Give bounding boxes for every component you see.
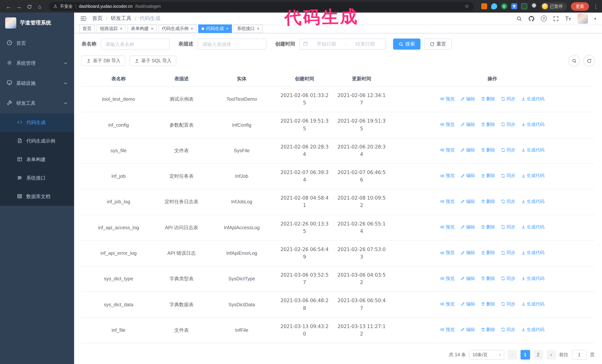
help-icon[interactable] [541,16,547,21]
hamburger-icon[interactable] [80,16,87,21]
tab-codegen[interactable]: 代码生成× [198,24,232,33]
extension-icon-3[interactable] [501,3,507,9]
edit-link[interactable]: 编辑 [461,224,475,230]
close-icon[interactable]: × [151,27,153,31]
next-page-button[interactable]: › [546,350,556,360]
prev-page-button[interactable]: ‹ [507,350,517,360]
toggle-search-button[interactable] [569,55,580,66]
tab-form-builder[interactable]: 表单构建× [128,24,157,33]
generate-code-link[interactable]: 生成代码 [521,275,545,282]
profile-chip[interactable]: 已暂停 [540,2,567,10]
delete-link[interactable]: 删除 [481,147,495,154]
sync-link[interactable]: 同步 [501,275,515,282]
preview-link[interactable]: 预览 [440,121,455,128]
import-sql-button[interactable]: 基于 SQL 导入 [130,56,176,66]
delete-link[interactable]: 删除 [481,121,495,128]
address-bar[interactable]: ⚠ 不安全 | dashboard.yudao.iocoder.cn/tool/… [49,2,474,11]
sidebar-item-devtools[interactable]: 研发工具 [0,93,74,113]
extension-icon-5[interactable] [521,3,527,9]
reload-icon[interactable] [24,3,34,10]
edit-link[interactable]: 编辑 [461,301,475,308]
generate-code-link[interactable]: 生成代码 [521,250,545,256]
delete-link[interactable]: 删除 [481,326,495,333]
tab-home[interactable]: 首页 [79,24,95,33]
tab-trace[interactable]: 链路追踪× [97,24,126,33]
generate-code-link[interactable]: 生成代码 [521,172,545,179]
generate-code-link[interactable]: 生成代码 [521,95,545,102]
update-button[interactable]: 更新 [571,2,589,10]
goto-page-input[interactable] [572,350,587,360]
generate-code-link[interactable]: 生成代码 [521,121,545,128]
extension-icon-4[interactable] [511,3,517,9]
sidebar-item-codegen-example[interactable]: 代码生成示例 [0,132,74,150]
edit-link[interactable]: 编辑 [461,147,475,154]
preview-link[interactable]: 预览 [440,147,455,154]
table-name-input[interactable] [101,39,170,50]
breadcrumb-home[interactable]: 首页 [92,15,103,22]
bookmark-star-icon[interactable]: ☆ [464,3,469,9]
sync-link[interactable]: 同步 [501,224,515,230]
extension-icon-1[interactable] [481,3,487,9]
sync-link[interactable]: 同步 [501,95,515,102]
sync-link[interactable]: 同步 [501,326,515,333]
import-db-button[interactable]: 基于 DB 导入 [82,56,125,66]
app-logo[interactable]: 芋道管理系统 [0,13,74,33]
reset-button[interactable]: 重置 [424,39,452,50]
sync-link[interactable]: 同步 [501,172,515,179]
sync-link[interactable]: 同步 [501,301,515,308]
generate-code-link[interactable]: 生成代码 [521,326,545,333]
tab-system-api[interactable]: 系统接口× [234,24,263,33]
generate-code-link[interactable]: 生成代码 [521,301,545,308]
refresh-button[interactable] [583,55,595,66]
create-time-range-picker[interactable]: 开始日期 - 结束日期 [299,39,386,50]
preview-link[interactable]: 预览 [440,224,455,230]
sidebar-item-system[interactable]: 系统管理 [0,53,74,73]
delete-link[interactable]: 删除 [481,224,495,230]
github-icon[interactable] [528,15,535,22]
home-icon[interactable]: ⌂ [35,3,44,10]
preview-link[interactable]: 预览 [440,198,455,205]
delete-link[interactable]: 删除 [481,250,495,256]
search-button[interactable]: 搜索 [393,39,420,50]
sidebar-item-home[interactable]: 首页 [0,33,74,53]
delete-link[interactable]: 删除 [481,95,495,102]
sidebar-item-codegen[interactable]: 代码生成 [0,113,74,132]
delete-link[interactable]: 删除 [481,301,495,308]
page-2-button[interactable]: 2 [533,350,543,360]
generate-code-link[interactable]: 生成代码 [521,224,545,230]
close-icon[interactable]: × [191,27,193,31]
sidebar-item-infra[interactable]: 基础设施 [0,73,74,93]
edit-link[interactable]: 编辑 [461,95,475,102]
chevron-down-icon[interactable]: ▾ [594,16,596,21]
puzzle-icon[interactable] [531,3,537,10]
tab-codegen-example[interactable]: 代码生成示例× [159,24,196,33]
delete-link[interactable]: 删除 [481,275,495,282]
forward-icon[interactable]: → [14,3,24,10]
user-avatar[interactable] [578,13,588,24]
preview-link[interactable]: 预览 [440,172,455,179]
page-size-select[interactable]: 10条/页 ▾ [469,350,504,360]
edit-link[interactable]: 编辑 [461,275,475,282]
preview-link[interactable]: 预览 [440,95,455,102]
close-icon[interactable]: × [226,27,229,31]
edit-link[interactable]: 编辑 [461,250,475,256]
preview-link[interactable]: 预览 [440,326,455,333]
generate-code-link[interactable]: 生成代码 [521,198,545,205]
sidebar-item-db-doc[interactable]: 数据库文档 [0,187,74,206]
edit-link[interactable]: 编辑 [461,198,475,205]
breadcrumb-devtools[interactable]: 研发工具 [111,15,131,22]
edit-link[interactable]: 编辑 [461,121,475,128]
page-1-button[interactable]: 1 [520,350,530,360]
back-icon[interactable]: ← [4,3,13,10]
sidebar-item-system-api[interactable]: 系统接口 [0,169,74,187]
edit-link[interactable]: 编辑 [461,326,475,333]
close-icon[interactable]: × [120,27,122,31]
preview-link[interactable]: 预览 [440,275,455,282]
extension-icon-2[interactable] [491,3,497,9]
sync-link[interactable]: 同步 [501,121,515,128]
delete-link[interactable]: 删除 [481,198,495,205]
sync-link[interactable]: 同步 [501,250,515,256]
search-icon[interactable] [516,16,522,21]
font-size-icon[interactable] [565,16,571,21]
edit-link[interactable]: 编辑 [461,172,475,179]
